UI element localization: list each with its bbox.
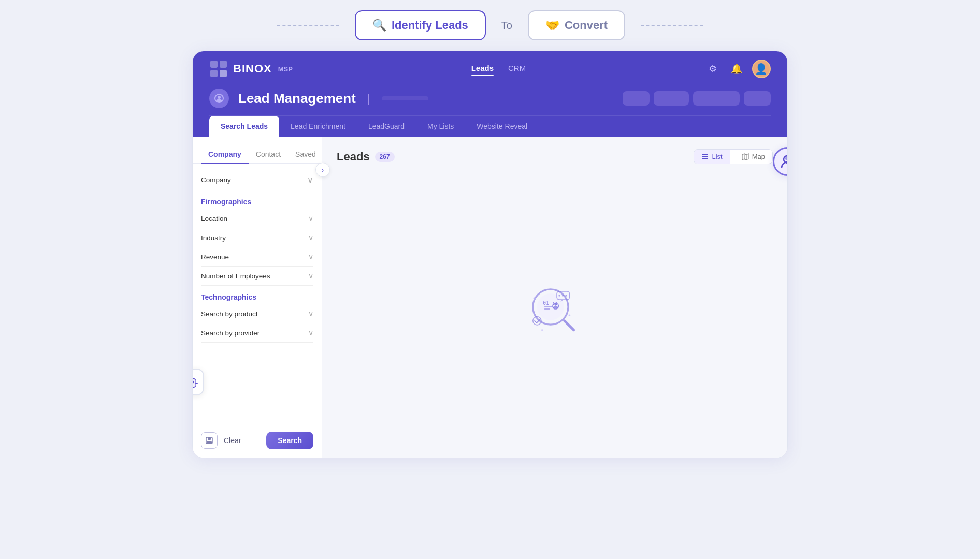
page-icon — [209, 89, 229, 108]
filter-search-provider[interactable]: Search by provider ∨ — [201, 323, 313, 343]
brand-logo-icon — [209, 60, 228, 78]
results-title: Leads — [337, 150, 370, 164]
search-illustration: 01 :: — [521, 275, 588, 345]
action-btn-2[interactable] — [654, 91, 689, 106]
subnav-website-reveal[interactable]: Website Reveal — [465, 116, 539, 137]
app-container: BINOX MSP Leads CRM ⚙ 🔔 👤 — [192, 51, 788, 458]
filter-revenue-label: Revenue — [201, 253, 229, 261]
workflow-bar: 🔍 Identify Leads To 🤝 Convert — [277, 10, 703, 40]
results-header: Leads 267 List — [337, 149, 773, 164]
sidebar-bottom: Clear Search — [193, 423, 322, 458]
view-list-label: List — [712, 153, 722, 160]
empty-state: 01 :: — [337, 174, 773, 445]
action-btn-3[interactable] — [693, 91, 740, 106]
subnav-leadguard[interactable]: LeadGuard — [357, 116, 416, 137]
sidebar-tab-company[interactable]: Company — [201, 146, 249, 164]
svg-rect-19 — [544, 308, 550, 310]
company-dropdown[interactable]: Company ∨ — [193, 170, 322, 190]
filter-employees-label: Number of Employees — [201, 272, 270, 280]
filter-employees-chevron: ∨ — [308, 272, 313, 280]
search-illustration-svg: 01 :: — [521, 275, 588, 343]
filter-industry[interactable]: Industry ∨ — [201, 228, 313, 247]
workflow-dashed-left — [277, 25, 339, 26]
user-avatar-btn[interactable]: 👤 — [752, 60, 771, 78]
svg-point-5 — [218, 96, 221, 99]
top-nav-icons: ⚙ 🔔 👤 — [704, 60, 771, 78]
avatar-icon: 👤 — [755, 63, 768, 75]
filter-employees[interactable]: Number of Employees ∨ — [201, 267, 313, 286]
subnav-lead-enrichment[interactable]: Lead Enrichment — [279, 116, 357, 137]
filter-location-chevron: ∨ — [308, 214, 313, 223]
results-title-row: Leads 267 — [337, 150, 395, 164]
company-dropdown-chevron: ∨ — [307, 175, 313, 185]
page-wrapper: 🔍 Identify Leads To 🤝 Convert — [0, 0, 980, 559]
technographics-title: Technographics — [193, 286, 322, 304]
brand-name: BINOX — [233, 62, 272, 76]
chatbot-widget[interactable] — [192, 369, 204, 395]
filter-location[interactable]: Location ∨ — [201, 209, 313, 228]
workflow-to-label: To — [501, 20, 512, 32]
svg-rect-10 — [702, 156, 708, 157]
svg-rect-9 — [702, 154, 708, 155]
page-action-btns — [623, 91, 771, 106]
filter-industry-label: Industry — [201, 234, 226, 242]
bell-icon-btn[interactable]: 🔔 — [728, 61, 745, 77]
top-nav-leads[interactable]: Leads — [471, 64, 494, 75]
subtitle-pill-1 — [382, 96, 428, 100]
view-map-label: Map — [752, 153, 765, 160]
workflow-step-identify[interactable]: 🔍 Identify Leads — [355, 10, 486, 40]
view-map-btn[interactable]: Map — [734, 150, 772, 164]
company-dropdown-label: Company — [201, 176, 231, 184]
sidebar-tab-saved[interactable]: Saved — [288, 146, 323, 164]
gear-icon-btn[interactable]: ⚙ — [704, 61, 721, 77]
save-filter-btn[interactable] — [201, 432, 218, 449]
view-toggle: List Map — [694, 149, 773, 164]
clear-btn[interactable]: Clear — [224, 436, 241, 445]
action-btn-1[interactable] — [623, 91, 650, 106]
top-nav-links: Leads CRM — [471, 64, 526, 75]
sidebar-tabs: Company Contact Saved — [193, 146, 322, 164]
filter-revenue[interactable]: Revenue ∨ — [201, 247, 313, 267]
brand-sub: MSP — [278, 65, 293, 73]
svg-rect-3 — [220, 70, 227, 77]
list-view-icon — [701, 153, 709, 160]
filter-location-label: Location — [201, 215, 227, 223]
svg-point-27 — [534, 297, 536, 300]
svg-point-24 — [562, 295, 564, 296]
top-nav-crm[interactable]: CRM — [508, 64, 526, 75]
workflow-dashed-right — [641, 25, 703, 26]
firmographics-title: Firmographics — [193, 190, 322, 209]
svg-point-25 — [565, 295, 567, 296]
firmographics-section: Location ∨ Industry ∨ Revenue ∨ Number o… — [193, 209, 322, 286]
lead-management-icon — [214, 93, 224, 104]
sidebar-tab-contact[interactable]: Contact — [249, 146, 288, 164]
filter-search-product-label: Search by product — [201, 310, 258, 318]
view-toggle-divider — [732, 151, 732, 163]
subnav-my-lists[interactable]: My Lists — [416, 116, 465, 137]
search-btn[interactable]: Search — [266, 432, 313, 449]
handshake-icon: 🤝 — [545, 19, 559, 32]
view-list-btn[interactable]: List — [694, 150, 729, 164]
filter-revenue-chevron: ∨ — [308, 253, 313, 261]
filter-industry-chevron: ∨ — [308, 233, 313, 242]
robot-icon — [192, 375, 198, 389]
svg-rect-8 — [207, 441, 212, 444]
filter-search-product[interactable]: Search by product ∨ — [201, 304, 313, 323]
technographics-section: Search by product ∨ Search by provider ∨ — [193, 304, 322, 343]
svg-point-21 — [554, 303, 557, 305]
search-icon: 🔍 — [372, 19, 386, 32]
app-header: BINOX MSP Leads CRM ⚙ 🔔 👤 — [193, 51, 787, 137]
page-subtitle-bar — [382, 96, 613, 100]
filter-search-provider-label: Search by provider — [201, 329, 260, 337]
results-count-badge: 267 — [375, 152, 395, 162]
svg-point-23 — [558, 295, 560, 296]
workflow-step-convert[interactable]: 🤝 Convert — [528, 10, 625, 40]
subnav-search-leads[interactable]: Search Leads — [209, 116, 279, 137]
svg-point-28 — [569, 314, 570, 316]
sidebar-toggle-btn[interactable]: › — [315, 163, 330, 177]
map-view-icon — [742, 153, 749, 160]
action-btn-4[interactable] — [744, 91, 771, 106]
page-title: Lead Management — [238, 91, 356, 107]
brand: BINOX MSP — [209, 60, 293, 78]
floating-avatar-icon — [780, 154, 788, 169]
